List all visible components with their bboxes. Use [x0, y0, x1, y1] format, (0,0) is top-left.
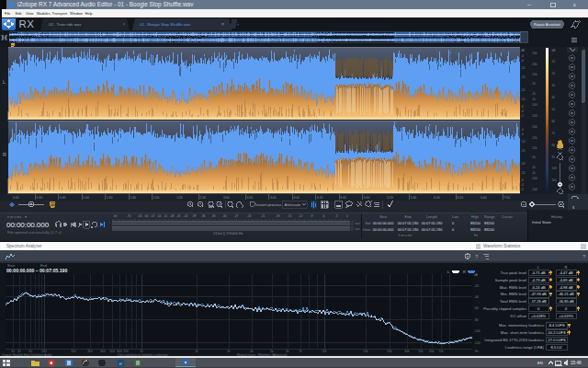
svg-text:02 - Train ride.wav: 02 - Train ride.wav — [49, 22, 82, 27]
svg-text:e: e — [119, 361, 122, 366]
svg-text:15:48: 15:48 — [571, 361, 582, 365]
svg-text:00:00:00.000: 00:00:00.000 — [373, 227, 395, 232]
svg-text:-8.4 LUFS: -8.4 LUFS — [548, 323, 565, 328]
svg-text:-27: -27 — [233, 214, 238, 218]
svg-text:Max. short-term loudness: Max. short-term loudness — [501, 330, 544, 335]
svg-text:-10: -10 — [521, 171, 526, 175]
svg-text:-50k: -50k — [532, 125, 537, 129]
svg-text:00:07:05.190: 00:07:05.190 — [398, 221, 420, 225]
svg-text:Sample peak level: Sample peak level — [495, 278, 526, 282]
svg-text:-36: -36 — [200, 214, 205, 218]
svg-text:00:07:05.190: 00:07:05.190 — [398, 227, 420, 232]
svg-text:-100: -100 — [474, 329, 481, 333]
svg-text:-20: -20 — [474, 284, 479, 288]
svg-text:Window: Window — [70, 11, 83, 16]
svg-text:3:00: 3:00 — [223, 196, 230, 200]
svg-text:-21: -21 — [260, 214, 265, 218]
svg-text:60: 60 — [552, 120, 556, 123]
svg-text:Transport: Transport — [52, 11, 68, 16]
svg-text:×: × — [573, 2, 577, 8]
svg-text:Total RMS level: Total RMS level — [500, 299, 526, 304]
svg-text:-54: -54 — [156, 214, 161, 218]
svg-text:-100: -100 — [532, 188, 537, 191]
svg-text:EN: EN — [537, 361, 543, 365]
svg-text:Start: Start — [379, 214, 388, 219]
svg-text:-60: -60 — [474, 306, 479, 310]
svg-text:-6: -6 — [521, 105, 524, 109]
svg-text:History: History — [551, 214, 562, 219]
svg-text:4:20: 4:20 — [317, 196, 323, 200]
svg-text:Repair Assistant: Repair Assistant — [534, 22, 561, 27]
svg-text:High: High — [471, 214, 479, 219]
svg-text:4:00: 4:00 — [293, 196, 300, 200]
svg-text:-50k: -50k — [532, 52, 537, 55]
svg-text:-4.98 dB: -4.98 dB — [559, 285, 572, 290]
svg-text:Edit: Edit — [16, 11, 23, 16]
svg-text:True peak level: True peak level — [501, 270, 527, 275]
svg-text:iZotope RX 7 Advanced Audio Ed: iZotope RX 7 Advanced Audio Editor - 01 … — [17, 1, 194, 8]
svg-text:20: 20 — [552, 72, 556, 75]
svg-text:-10: -10 — [521, 66, 526, 70]
svg-text:110: 110 — [552, 178, 557, 182]
svg-text:-46.21 dB: -46.21 dB — [558, 292, 574, 296]
svg-text:0: 0 — [346, 214, 348, 218]
svg-text:88200: 88200 — [484, 227, 495, 232]
svg-text:Cursor: Cursor — [502, 214, 513, 219]
svg-text:-48: -48 — [169, 214, 174, 218]
svg-text:-5k: -5k — [532, 82, 537, 86]
svg-text:Possibly clipped samples: Possibly clipped samples — [483, 306, 526, 311]
svg-text:Length: Length — [426, 214, 437, 219]
svg-text:Max. momentary loudness: Max. momentary loudness — [499, 323, 544, 328]
svg-text:1:00: 1:00 — [83, 196, 89, 200]
svg-text:-120: -120 — [474, 341, 481, 345]
svg-text:-6: -6 — [521, 59, 524, 63]
svg-text:3:40: 3:40 — [270, 196, 277, 200]
svg-text:+0.028%: +0.028% — [531, 314, 546, 318]
svg-text:Hz: Hz — [474, 234, 479, 237]
svg-text:1:40: 1:40 — [130, 196, 136, 200]
svg-text:-10: -10 — [521, 98, 526, 101]
svg-text:-12: -12 — [298, 214, 302, 218]
svg-text:01 - Boogie Stop Shuffle.wav: 01 - Boogie Stop Shuffle.wav — [140, 22, 191, 27]
svg-text:00:00:00.000: 00:00:00.000 — [6, 221, 50, 229]
svg-text:-10k: -10k — [532, 146, 537, 150]
svg-text:-2: -2 — [521, 188, 524, 191]
svg-text:5:40: 5:40 — [411, 196, 417, 200]
svg-text:‹: ‹ — [237, 21, 239, 27]
svg-text:R: R — [463, 270, 466, 274]
svg-text:dB: dB — [552, 49, 556, 52]
svg-text:88200: 88200 — [484, 221, 495, 225]
svg-text:7:00: 7:00 — [503, 196, 510, 200]
svg-text:DC offset: DC offset — [511, 314, 527, 318]
svg-text:h:m:s.ms: h:m:s.ms — [7, 215, 22, 219]
svg-text:Initial State: Initial State — [532, 220, 551, 224]
svg-text:-4: -4 — [521, 54, 524, 58]
svg-text:5:20: 5:20 — [387, 196, 393, 200]
svg-text:0:20: 0:20 — [36, 196, 42, 200]
svg-text:2k: 2k — [195, 350, 198, 353]
svg-text:88200: 88200 — [470, 227, 481, 232]
svg-text:-4.71 dB: -4.71 dB — [531, 270, 545, 275]
svg-text:-45: -45 — [175, 214, 180, 218]
svg-text:Attenuate: Attenuate — [285, 202, 302, 207]
svg-text:-51: -51 — [163, 214, 167, 218]
svg-text:-500: -500 — [532, 103, 537, 107]
svg-text:-57: -57 — [150, 214, 154, 218]
svg-text:-10.2 LUFS: -10.2 LUFS — [547, 330, 566, 335]
svg-text:-80: -80 — [474, 318, 479, 322]
svg-text:-33: -33 — [210, 214, 215, 218]
svg-text:-100: -100 — [532, 114, 537, 118]
svg-text:50: 50 — [552, 108, 556, 111]
svg-text:4:40: 4:40 — [340, 196, 346, 200]
svg-text:400: 400 — [100, 350, 106, 353]
svg-text:File: File — [5, 11, 10, 16]
svg-text:6:40: 6:40 — [481, 196, 487, 200]
svg-text:-6.24 dB: -6.24 dB — [531, 285, 545, 290]
svg-text:-Inf: -Inf — [112, 214, 117, 218]
svg-text:-20: -20 — [521, 88, 526, 92]
svg-text:Max. RMS level: Max. RMS level — [500, 285, 526, 290]
svg-text:-30: -30 — [221, 214, 226, 218]
svg-text:-10k: -10k — [532, 73, 537, 76]
svg-text:80: 80 — [552, 144, 556, 147]
svg-text:10k: 10k — [322, 350, 327, 353]
